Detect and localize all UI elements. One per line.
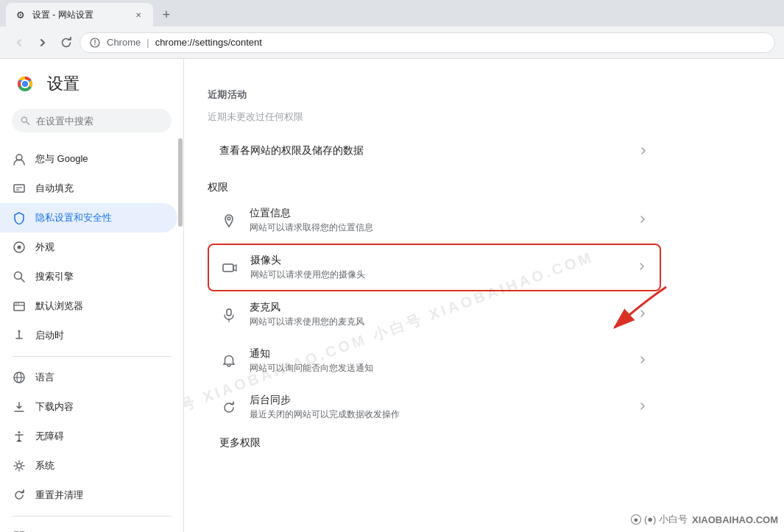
google-icon (12, 152, 27, 166)
page-wrapper: 近期活动 近期未更改过任何权限 查看各网站的权限及储存的数据 权限 (184, 59, 784, 532)
location-chevron (637, 213, 649, 228)
microphone-icon (220, 306, 238, 324)
watermark-text: ● (●) 小白号 (631, 513, 688, 526)
sidebar-item-label-reset: 重置并清理 (35, 489, 83, 502)
permission-background-sync[interactable]: 后台同步 最近关闭的网站可以完成数据收发操作 (208, 384, 661, 430)
svg-point-18 (18, 330, 21, 333)
svg-point-17 (18, 303, 19, 305)
camera-icon (221, 259, 239, 277)
svg-rect-15 (14, 302, 24, 311)
startup-icon (12, 328, 27, 343)
sidebar-item-language[interactable]: 语言 (0, 363, 177, 392)
camera-desc: 网站可以请求使用您的摄像头 (250, 269, 624, 281)
permission-location[interactable]: 位置信息 网站可以请求取得您的位置信息 (208, 197, 661, 244)
sidebar-item-system[interactable]: 系统 (0, 451, 177, 480)
sidebar-item-label-downloads: 下载内容 (35, 400, 74, 414)
sidebar-item-label-accessibility: 无障碍 (35, 430, 64, 443)
sidebar-item-accessibility[interactable]: 无障碍 (0, 422, 177, 451)
site-data-text: 查看各网站的权限及储存的数据 (219, 144, 626, 157)
location-icon (220, 212, 238, 230)
microphone-chevron (637, 308, 649, 322)
svg-point-24 (17, 464, 21, 468)
sidebar-item-reset[interactable]: 重置并清理 (0, 480, 177, 510)
tab-title: 设置 - 网站设置 (32, 9, 127, 21)
sidebar-scroll: 您与 Google 自动填充 隐私设置和安全性 (0, 138, 183, 532)
background-sync-chevron (637, 400, 649, 415)
svg-rect-33 (223, 264, 233, 272)
sidebar-item-autofill[interactable]: 自动填充 (0, 174, 177, 203)
back-button[interactable] (9, 32, 29, 53)
sidebar-item-label-appearance: 外观 (35, 241, 54, 254)
sidebar-item-startup[interactable]: 启动时 (0, 321, 177, 350)
svg-point-23 (18, 431, 21, 433)
sidebar-item-label-privacy: 隐私设置和安全性 (35, 211, 112, 224)
permission-microphone[interactable]: 麦克风 网站可以请求使用您的麦克风 (208, 291, 661, 338)
sidebar-item-label-system: 系统 (35, 459, 54, 472)
sidebar-item-label-language: 语言 (35, 371, 54, 384)
tab-favicon: ⚙ (15, 9, 27, 21)
appearance-icon (12, 240, 27, 255)
microphone-desc: 网站可以请求使用您的麦克风 (250, 316, 625, 328)
notifications-icon (220, 352, 238, 370)
svg-point-4 (22, 81, 28, 87)
sidebar-item-google[interactable]: 您与 Google (0, 144, 177, 174)
sidebar-item-label-browser: 默认浏览器 (35, 299, 83, 313)
tab-close-button[interactable]: ✕ (133, 9, 144, 21)
background-sync-text: 后台同步 最近关闭的网站可以完成数据收发操作 (250, 394, 625, 421)
more-permissions-link[interactable]: 更多权限 (208, 430, 661, 455)
sidebar-item-downloads[interactable]: 下载内容 (0, 392, 177, 422)
search-input[interactable] (36, 116, 163, 127)
svg-point-5 (21, 117, 27, 122)
content-inner: 近期活动 近期未更改过任何权限 查看各网站的权限及储存的数据 权限 (184, 59, 685, 473)
permission-notifications[interactable]: 通知 网站可以询问能否向您发送通知 (208, 338, 661, 384)
sidebar-header: 设置 (0, 59, 183, 103)
sidebar-item-label-google: 您与 Google (35, 152, 88, 166)
sidebar-item-extensions[interactable]: 扩展程序 (0, 522, 177, 532)
sidebar-divider (12, 356, 172, 357)
address-bar[interactable]: Chrome | chrome://settings/content (80, 32, 775, 53)
camera-chevron (636, 260, 648, 275)
reset-icon (12, 488, 27, 503)
sidebar-item-appearance[interactable]: 外观 (0, 233, 177, 262)
location-name: 位置信息 (250, 207, 625, 220)
sidebar: 设置 您与 Google (0, 59, 184, 532)
refresh-button[interactable] (56, 32, 77, 53)
location-text: 位置信息 网站可以请求取得您的位置信息 (250, 207, 625, 234)
recent-activity-note: 近期未更改过任何权限 (208, 104, 661, 127)
sidebar-item-label-autofill: 自动填充 (35, 182, 74, 195)
privacy-icon (12, 210, 27, 225)
notifications-chevron (637, 354, 649, 369)
svg-point-32 (227, 217, 230, 220)
watermark-brand: XIAOBAIHAO.COM (692, 514, 778, 525)
camera-name: 摄像头 (250, 254, 624, 267)
microphone-text: 麦克风 网站可以请求使用您的麦克风 (250, 301, 625, 328)
background-sync-icon (220, 399, 238, 416)
sidebar-item-default-browser[interactable]: 默认浏览器 (0, 291, 177, 321)
chrome-logo (12, 71, 38, 97)
browser-name-label: Chrome (107, 37, 141, 48)
settings-title: 设置 (47, 73, 80, 95)
secure-icon (89, 37, 101, 49)
site-data-chevron (638, 145, 649, 157)
camera-text: 摄像头 网站可以请求使用您的摄像头 (250, 254, 624, 281)
notifications-name: 通知 (250, 347, 625, 361)
active-tab[interactable]: ⚙ 设置 - 网站设置 ✕ (6, 3, 153, 26)
sidebar-item-privacy[interactable]: 隐私设置和安全性 (0, 203, 177, 233)
recent-activity-title: 近期活动 (208, 88, 661, 102)
site-data-link[interactable]: 查看各网站的权限及储存的数据 (208, 135, 661, 166)
address-separator: | (146, 37, 149, 48)
background-sync-desc: 最近关闭的网站可以完成数据收发操作 (250, 408, 625, 421)
system-icon (12, 458, 27, 473)
sidebar-item-search[interactable]: 搜索引擎 (0, 262, 177, 291)
permission-camera[interactable]: 摄像头 网站可以请求使用您的摄像头 (208, 244, 661, 291)
language-icon (12, 370, 27, 385)
address-url: chrome://settings/content (155, 37, 766, 48)
notifications-text: 通知 网站可以询问能否向您发送通知 (250, 347, 625, 375)
notifications-desc: 网站可以询问能否向您发送通知 (250, 362, 625, 375)
autofill-icon (12, 181, 27, 196)
accessibility-icon (12, 429, 27, 444)
forward-button[interactable] (32, 32, 53, 53)
watermark: ● (●) 小白号 XIAOBAIHAO.COM (631, 513, 778, 526)
svg-line-6 (27, 122, 29, 125)
new-tab-button[interactable]: + (156, 4, 177, 25)
